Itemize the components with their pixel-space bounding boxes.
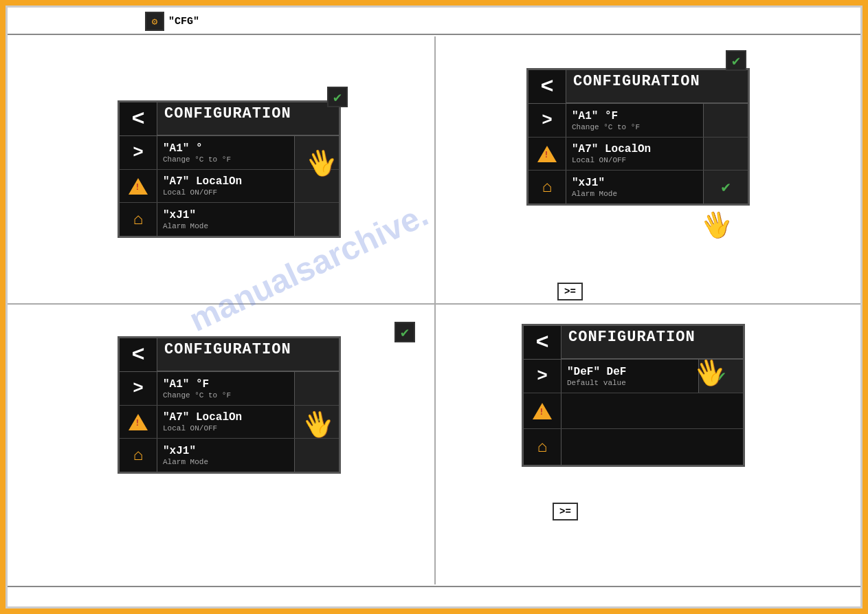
row-a7-param-tr: "A7" LocalOn: [572, 143, 698, 155]
house-icon-bl: ⌂: [120, 439, 157, 472]
row-def-content-br: "DeF" DeF Default value: [561, 360, 698, 393]
row-xj1-value-tl[interactable]: [294, 203, 339, 236]
vertical-divider: [434, 36, 436, 584]
top-bar: ⚙ "CFG": [8, 8, 860, 35]
warn-icon-br: [524, 393, 561, 428]
arrow-btn-tr[interactable]: >=: [557, 283, 583, 300]
row-a7-desc-bl: Local ON/OFF: [163, 424, 289, 432]
top-right-check[interactable]: ✔: [726, 50, 746, 71]
row-empty2-content-br: [561, 429, 743, 465]
screen-title-br: CONFIGURATION: [561, 326, 743, 359]
row-a7-bl: "A7" LocalOn Local ON/OFF ✔: [120, 406, 339, 439]
row-a1-param-tr: "A1" °F: [572, 110, 698, 122]
screen-title-bl: CONFIGURATION: [157, 338, 339, 371]
screen-title-tl: CONFIGURATION: [157, 102, 339, 135]
row-a7-check-bl: ✔: [312, 413, 321, 431]
row-a1-desc-tr: Change °C to °F: [572, 123, 698, 131]
row-a1-bl: > "A1" °F Change °C to °F: [120, 372, 339, 406]
screen-bottom-left: < CONFIGURATION > "A1" °F Change °C to °…: [118, 336, 341, 474]
row-empty1-br: [524, 393, 743, 429]
horizontal-divider-right: [434, 303, 861, 305]
row-a1-value-tr[interactable]: [703, 104, 748, 137]
row-xj1-tl: ⌂ "xJ1" Alarm Mode: [120, 203, 339, 236]
arrow-btn-tr-label: >=: [564, 286, 576, 297]
row-xj1-content-tl: "xJ1" Alarm Mode: [157, 203, 294, 236]
row-a1-content-bl: "A1" °F Change °C to °F: [157, 372, 294, 405]
row-xj1-content-bl: "xJ1" Alarm Mode: [157, 439, 294, 472]
row-a1-value-bl[interactable]: [294, 372, 339, 405]
row-xj1-tr: ⌂ "xJ1" Alarm Mode ✔: [528, 171, 748, 204]
row-a1-param-tl: "A1" °: [163, 142, 289, 155]
row-a7-param-bl: "A7" LocalOn: [163, 411, 289, 424]
row-xj1-param-tr: "xJ1": [572, 177, 698, 189]
row-xj1-param-tl: "xJ1": [163, 209, 289, 221]
bottom-bar: [8, 586, 860, 606]
house-icon-tl: ⌂: [120, 203, 157, 236]
row-xj1-desc-tl: Alarm Mode: [163, 222, 289, 230]
nav-down-btn-bl[interactable]: >: [120, 372, 157, 405]
nav-left-btn-bl[interactable]: <: [120, 338, 157, 371]
row-empty2-br: ⌂: [524, 429, 743, 465]
nav-left-btn-tl[interactable]: <: [120, 102, 157, 135]
row-a7-value-tl[interactable]: [294, 170, 339, 202]
row-a1-tr: > "A1" °F Change °C to °F: [528, 104, 748, 138]
row-xj1-check-tr: ✔: [721, 178, 730, 197]
nav-left-btn-br[interactable]: <: [524, 326, 561, 359]
row-a7-content-tl: "A7" LocalOn Local ON/OFF: [157, 170, 294, 202]
cfg-label: ⚙ "CFG": [145, 12, 199, 31]
screen-top-right: < CONFIGURATION > "A1" °F Change °C to °…: [526, 68, 750, 206]
bottom-left-check[interactable]: ✔: [394, 322, 415, 342]
cfg-gear-icon: ⚙: [145, 12, 164, 31]
arrow-btn-br-container: >=: [553, 503, 578, 520]
row-a7-value-tr[interactable]: [703, 138, 748, 170]
screen-top-left: < CONFIGURATION > "A1" ° Change °C to °F…: [118, 100, 341, 238]
row-def-value-br[interactable]: ✔: [698, 360, 743, 393]
row-xj1-value-bl[interactable]: [294, 439, 339, 472]
row-def-param-br: "DeF" DeF: [567, 366, 693, 378]
row-a1-value-tl[interactable]: [294, 136, 339, 169]
page-container: ⚙ "CFG" ✔ < CONFIGURATION > "A1" ° Chang…: [5, 6, 863, 608]
row-a7-content-bl: "A7" LocalOn Local ON/OFF: [157, 406, 294, 438]
row-xj1-content-tr: "xJ1" Alarm Mode: [566, 171, 703, 204]
nav-down-btn-br[interactable]: >: [524, 360, 561, 393]
row-a1-tl: > "A1" ° Change °C to °F: [120, 136, 339, 170]
row-a7-desc-tr: Local ON/OFF: [572, 156, 698, 164]
row-def-check-br: ✔: [716, 367, 725, 386]
row-a7-content-tr: "A7" LocalOn Local ON/OFF: [566, 138, 703, 170]
warn-icon-tr: [528, 138, 566, 170]
cfg-text: "CFG": [168, 16, 199, 28]
horizontal-divider-left: [8, 303, 434, 305]
row-xj1-bl: ⌂ "xJ1" Alarm Mode: [120, 439, 339, 472]
row-a7-desc-tl: Local ON/OFF: [163, 188, 289, 197]
nav-left-btn-tr[interactable]: <: [528, 70, 566, 103]
nav-down-btn-tl[interactable]: >: [120, 136, 157, 169]
nav-down-btn-tr[interactable]: >: [528, 104, 566, 137]
row-a7-tl: "A7" LocalOn Local ON/OFF: [120, 170, 339, 203]
arrow-btn-tr-container: >=: [557, 283, 583, 300]
top-left-check[interactable]: ✔: [327, 87, 348, 107]
row-empty1-content-br: [561, 393, 743, 428]
row-def-br: > "DeF" DeF Default value ✔: [524, 360, 743, 393]
row-xj1-param-bl: "xJ1": [163, 445, 289, 457]
warn-icon-bl: [120, 406, 157, 438]
row-a1-desc-tl: Change °C to °F: [163, 155, 289, 164]
house-icon-br: ⌂: [524, 429, 561, 465]
screen-title-tr: CONFIGURATION: [566, 70, 748, 103]
warn-icon-tl: [120, 170, 157, 202]
row-a1-param-bl: "A1" °F: [163, 378, 289, 391]
row-a7-tr: "A7" LocalOn Local ON/OFF: [528, 138, 748, 171]
row-a1-desc-bl: Change °C to °F: [163, 391, 289, 399]
row-xj1-desc-tr: Alarm Mode: [572, 190, 698, 198]
house-icon-tr: ⌂: [528, 171, 566, 204]
screen-bottom-right: < CONFIGURATION > "DeF" DeF Default valu…: [522, 324, 745, 467]
row-a1-content-tl: "A1" ° Change °C to °F: [157, 136, 294, 169]
row-def-desc-br: Default value: [567, 379, 693, 387]
row-xj1-desc-bl: Alarm Mode: [163, 458, 289, 466]
row-a1-content-tr: "A1" °F Change °C to °F: [566, 104, 703, 137]
arrow-btn-br-label: >=: [559, 506, 571, 517]
row-a7-param-tl: "A7" LocalOn: [163, 175, 289, 188]
hand-cursor-tr: 🖐: [698, 206, 737, 245]
row-xj1-value-tr[interactable]: ✔: [703, 171, 748, 204]
row-a7-value-bl[interactable]: ✔: [294, 406, 339, 438]
arrow-btn-br[interactable]: >=: [553, 503, 578, 520]
